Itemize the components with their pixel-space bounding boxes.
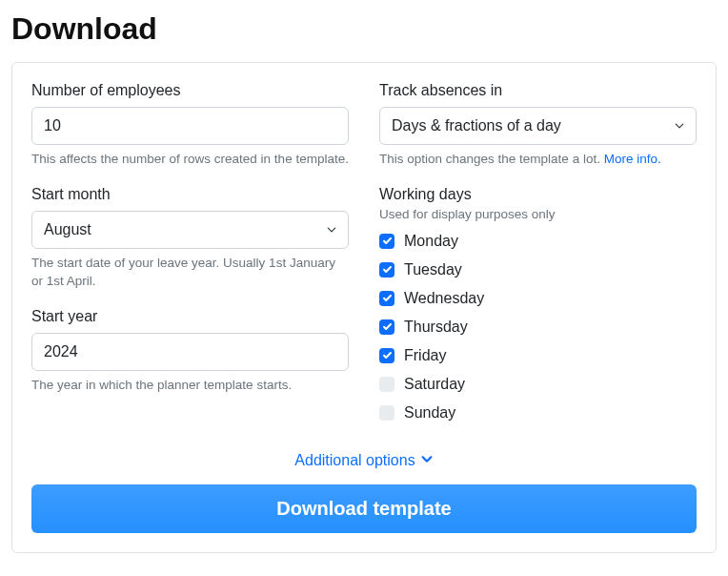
download-form-card: Number of employees This affects the num… xyxy=(11,62,717,553)
day-row-wednesday: Wednesday xyxy=(379,290,697,307)
page-title: Download xyxy=(11,11,717,47)
start-month-label: Start month xyxy=(31,186,349,203)
track-select[interactable]: Days & fractions of a day xyxy=(379,107,697,145)
additional-options-row: Additional options xyxy=(31,452,697,469)
day-checkbox-monday[interactable] xyxy=(379,234,394,249)
day-checkbox-thursday[interactable] xyxy=(379,319,394,335)
start-month-help: The start date of your leave year. Usual… xyxy=(31,255,349,291)
track-group: Track absences in Days & fractions of a … xyxy=(379,82,697,169)
day-row-sunday: Sunday xyxy=(379,404,697,422)
left-column: Number of employees This affects the num… xyxy=(31,82,349,439)
start-month-group: Start month August The start date of you… xyxy=(31,186,349,291)
day-label: Sunday xyxy=(404,404,455,422)
day-label: Tuesday xyxy=(404,261,462,278)
day-label: Friday xyxy=(404,347,446,364)
day-row-monday: Monday xyxy=(379,233,697,250)
day-checkbox-tuesday[interactable] xyxy=(379,262,394,278)
start-year-group: Start year The year in which the planner… xyxy=(31,308,349,395)
additional-options-toggle[interactable]: Additional options xyxy=(294,452,433,469)
employees-input[interactable] xyxy=(31,107,349,145)
chevron-down-icon xyxy=(420,452,434,469)
start-year-input[interactable] xyxy=(31,333,349,371)
working-days-group: Working days Used for display purposes o… xyxy=(379,186,697,422)
day-label: Thursday xyxy=(404,319,468,336)
working-days-sub: Used for display purposes only xyxy=(379,207,697,221)
day-label: Saturday xyxy=(404,376,465,393)
track-help: This option changes the template a lot. … xyxy=(379,151,697,169)
more-info-link[interactable]: More info. xyxy=(604,152,661,166)
download-template-button[interactable]: Download template xyxy=(31,484,697,533)
day-row-tuesday: Tuesday xyxy=(379,261,697,278)
day-label: Monday xyxy=(404,233,458,250)
start-year-label: Start year xyxy=(31,308,349,325)
start-month-select[interactable]: August xyxy=(31,211,349,249)
employees-help: This affects the number of rows created … xyxy=(31,151,349,169)
working-days-list: MondayTuesdayWednesdayThursdayFridaySatu… xyxy=(379,233,697,422)
day-label: Wednesday xyxy=(404,290,484,307)
day-checkbox-friday[interactable] xyxy=(379,348,394,363)
day-checkbox-saturday[interactable] xyxy=(379,377,394,392)
day-row-saturday: Saturday xyxy=(379,376,697,393)
track-label: Track absences in xyxy=(379,82,697,99)
day-row-friday: Friday xyxy=(379,347,697,364)
employees-group: Number of employees This affects the num… xyxy=(31,82,349,169)
right-column: Track absences in Days & fractions of a … xyxy=(379,82,697,439)
working-days-label: Working days xyxy=(379,186,697,203)
day-row-thursday: Thursday xyxy=(379,319,697,336)
start-year-help: The year in which the planner template s… xyxy=(31,377,349,395)
day-checkbox-wednesday[interactable] xyxy=(379,291,394,306)
employees-label: Number of employees xyxy=(31,82,349,99)
day-checkbox-sunday[interactable] xyxy=(379,405,394,421)
